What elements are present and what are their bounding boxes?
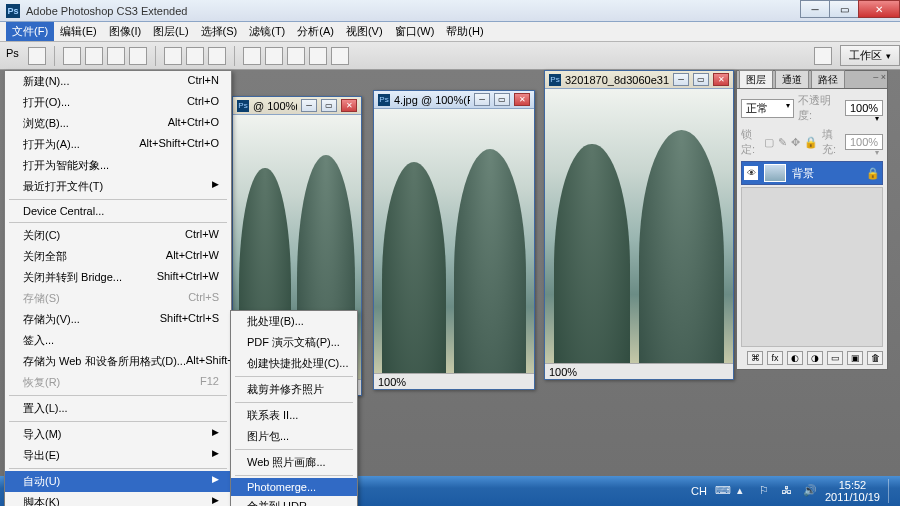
file-menu-item[interactable]: 新建(N)...Ctrl+N: [5, 71, 231, 92]
doc-close-button[interactable]: ✕: [514, 93, 530, 106]
automate-menu-item[interactable]: 批处理(B)...: [231, 311, 357, 332]
file-menu-item[interactable]: 自动(U)▶: [5, 471, 231, 492]
document-titlebar[interactable]: Ps 4.jpg @ 100%(RGB/8) ─ ▭ ✕: [374, 91, 534, 109]
document-titlebar[interactable]: Ps 3201870_8d3060e310... ─ ▭ ✕: [545, 71, 733, 89]
file-menu-item[interactable]: 存储(S)Ctrl+S: [5, 288, 231, 309]
tab-channels[interactable]: 通道: [775, 70, 809, 88]
option-icon[interactable]: [63, 47, 81, 65]
doc-minimize-button[interactable]: ─: [673, 73, 689, 86]
fill-input[interactable]: 100%: [845, 134, 883, 150]
tab-paths[interactable]: 路径: [811, 70, 845, 88]
lock-transparent-icon[interactable]: ▢: [764, 136, 774, 149]
doc-minimize-button[interactable]: ─: [474, 93, 490, 106]
file-menu-item[interactable]: 最近打开文件(T)▶: [5, 176, 231, 197]
file-menu-item[interactable]: 打开为(A)...Alt+Shift+Ctrl+O: [5, 134, 231, 155]
doc-maximize-button[interactable]: ▭: [494, 93, 510, 106]
automate-menu-item[interactable]: 裁剪并修齐照片: [231, 379, 357, 400]
layer-visibility-icon[interactable]: [744, 166, 758, 180]
document-titlebar[interactable]: Ps @ 100%(RGB/... ─ ▭ ✕: [233, 97, 361, 115]
document-window[interactable]: Ps 3201870_8d3060e310... ─ ▭ ✕ 100%: [544, 70, 734, 380]
menu-edit[interactable]: 编辑(E): [54, 22, 103, 41]
option-icon[interactable]: [287, 47, 305, 65]
menu-analysis[interactable]: 分析(A): [291, 22, 340, 41]
blend-mode-select[interactable]: 正常: [741, 99, 794, 118]
doc-close-button[interactable]: ✕: [713, 73, 729, 86]
document-window[interactable]: Ps 4.jpg @ 100%(RGB/8) ─ ▭ ✕ 100%: [373, 90, 535, 390]
tab-layers[interactable]: 图层: [739, 70, 773, 88]
file-menu-item[interactable]: 关闭并转到 Bridge...Shift+Ctrl+W: [5, 267, 231, 288]
file-menu-item[interactable]: Device Central...: [5, 202, 231, 220]
file-menu-item[interactable]: 浏览(B)...Alt+Ctrl+O: [5, 113, 231, 134]
lock-position-icon[interactable]: ✥: [791, 136, 800, 149]
menu-select[interactable]: 选择(S): [195, 22, 244, 41]
option-icon[interactable]: [208, 47, 226, 65]
lock-all-icon[interactable]: 🔒: [804, 136, 818, 149]
menu-image[interactable]: 图像(I): [103, 22, 147, 41]
menu-window[interactable]: 窗口(W): [389, 22, 441, 41]
file-menu-item[interactable]: 打开(O)...Ctrl+O: [5, 92, 231, 113]
window-close-button[interactable]: ✕: [858, 0, 900, 18]
option-icon[interactable]: [265, 47, 283, 65]
keyboard-icon[interactable]: ⌨: [715, 484, 729, 498]
network-icon[interactable]: 🖧: [781, 484, 795, 498]
doc-maximize-button[interactable]: ▭: [321, 99, 337, 112]
menu-file[interactable]: 文件(F): [6, 22, 54, 41]
option-icon[interactable]: [331, 47, 349, 65]
automate-menu-item[interactable]: 图片包...: [231, 426, 357, 447]
file-menu-item[interactable]: 脚本(K)▶: [5, 492, 231, 506]
file-menu-item[interactable]: 恢复(R)F12: [5, 372, 231, 393]
window-minimize-button[interactable]: ─: [800, 0, 830, 18]
new-layer-icon[interactable]: ▣: [847, 351, 863, 365]
layer-row-background[interactable]: 背景 🔒: [741, 161, 883, 185]
tool-preset-icon[interactable]: [28, 47, 46, 65]
file-menu-item[interactable]: 存储为 Web 和设备所用格式(D)...Alt+Shift+Ctrl+S: [5, 351, 231, 372]
option-icon[interactable]: [107, 47, 125, 65]
opacity-input[interactable]: 100%: [845, 100, 883, 116]
ime-indicator[interactable]: CH: [691, 485, 707, 497]
file-menu-item[interactable]: 置入(L)...: [5, 398, 231, 419]
option-icon[interactable]: [164, 47, 182, 65]
delete-layer-icon[interactable]: 🗑: [867, 351, 883, 365]
automate-menu-item[interactable]: 联系表 II...: [231, 405, 357, 426]
file-menu-item[interactable]: 关闭(C)Ctrl+W: [5, 225, 231, 246]
document-canvas[interactable]: [374, 109, 534, 373]
lock-pixels-icon[interactable]: ✎: [778, 136, 787, 149]
automate-menu-item[interactable]: 合并到 HDR...: [231, 496, 357, 506]
option-icon[interactable]: [85, 47, 103, 65]
doc-minimize-button[interactable]: ─: [301, 99, 317, 112]
flag-icon[interactable]: ⚐: [759, 484, 773, 498]
menu-view[interactable]: 视图(V): [340, 22, 389, 41]
document-canvas[interactable]: [545, 89, 733, 363]
file-menu-item[interactable]: 存储为(V)...Shift+Ctrl+S: [5, 309, 231, 330]
go-to-bridge-icon[interactable]: [814, 47, 832, 65]
layer-mask-icon[interactable]: ◐: [787, 351, 803, 365]
option-icon[interactable]: [186, 47, 204, 65]
file-menu-item[interactable]: 打开为智能对象...: [5, 155, 231, 176]
panel-close-icon[interactable]: – ×: [873, 72, 886, 82]
file-menu-item[interactable]: 导入(M)▶: [5, 424, 231, 445]
link-layers-icon[interactable]: ⌘: [747, 351, 763, 365]
automate-menu-item[interactable]: 创建快捷批处理(C)...: [231, 353, 357, 374]
menu-filter[interactable]: 滤镜(T): [243, 22, 291, 41]
option-icon[interactable]: [309, 47, 327, 65]
automate-menu-item[interactable]: PDF 演示文稿(P)...: [231, 332, 357, 353]
window-maximize-button[interactable]: ▭: [829, 0, 859, 18]
automate-menu-item[interactable]: Web 照片画廊...: [231, 452, 357, 473]
workspace-selector[interactable]: 工作区: [840, 45, 900, 66]
option-icon[interactable]: [129, 47, 147, 65]
volume-icon[interactable]: 🔊: [803, 484, 817, 498]
option-icon[interactable]: [243, 47, 261, 65]
show-desktop-button[interactable]: [888, 479, 894, 503]
tray-up-icon[interactable]: ▴: [737, 484, 751, 498]
adjustment-layer-icon[interactable]: ◑: [807, 351, 823, 365]
menu-help[interactable]: 帮助(H): [440, 22, 489, 41]
layer-fx-icon[interactable]: fx: [767, 351, 783, 365]
taskbar-clock[interactable]: 15:52 2011/10/19: [825, 479, 880, 503]
file-menu-item[interactable]: 关闭全部Alt+Ctrl+W: [5, 246, 231, 267]
menu-layer[interactable]: 图层(L): [147, 22, 194, 41]
layer-group-icon[interactable]: ▭: [827, 351, 843, 365]
doc-maximize-button[interactable]: ▭: [693, 73, 709, 86]
layer-thumbnail[interactable]: [764, 164, 786, 182]
file-menu-item[interactable]: 签入...: [5, 330, 231, 351]
doc-close-button[interactable]: ✕: [341, 99, 357, 112]
